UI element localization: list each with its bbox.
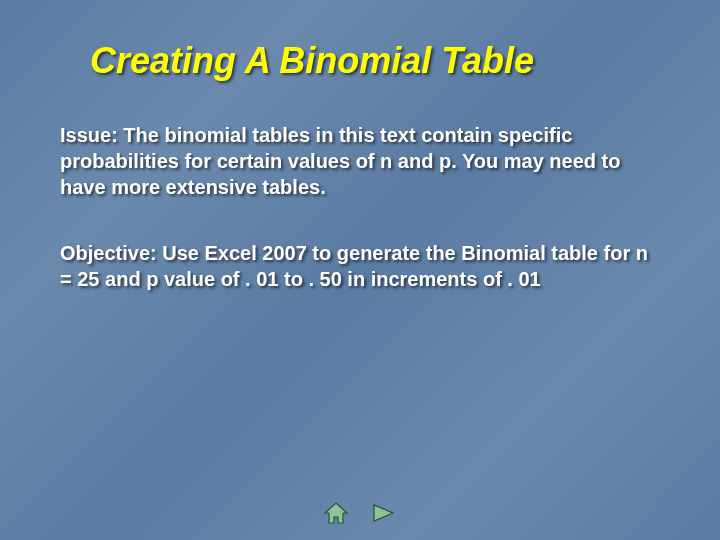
nav-button-row bbox=[322, 502, 398, 528]
next-button[interactable] bbox=[370, 502, 398, 528]
objective-text: Objective: Use Excel 2007 to generate th… bbox=[60, 240, 660, 292]
home-button[interactable] bbox=[322, 502, 350, 528]
slide-container: Creating A Binomial Table Issue: The bin… bbox=[0, 0, 720, 540]
issue-text: Issue: The binomial tables in this text … bbox=[60, 122, 660, 200]
play-icon bbox=[371, 502, 397, 528]
slide-title: Creating A Binomial Table bbox=[90, 40, 660, 82]
home-icon bbox=[323, 501, 349, 529]
